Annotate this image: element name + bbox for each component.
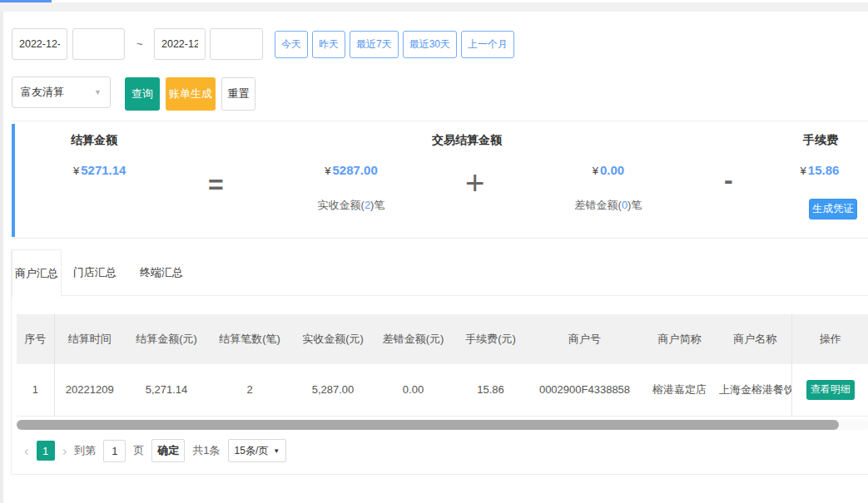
prev-page-icon[interactable]: ‹	[24, 444, 29, 458]
header-received-amount: 实收金额(元)	[291, 314, 374, 364]
pagination: ‹ 1 › 到第 页 确定 共1条 15条/页 ▼	[24, 439, 286, 462]
chevron-down-icon: ▼	[94, 88, 102, 96]
quick-range-today-button[interactable]: 今天	[275, 31, 308, 58]
tab-merchant-summary[interactable]: 商户汇总	[12, 249, 62, 297]
goto-page-confirm-button[interactable]: 确定	[151, 439, 185, 462]
top-divider-strip	[0, 2, 868, 12]
table-row: 1 20221209 5,271.14 2 5,287.00 0.00 15.8…	[17, 364, 868, 416]
header-action: 操作	[791, 314, 868, 364]
currency-symbol: ¥	[325, 165, 330, 177]
clearing-channel-select[interactable]: 富友清算 ▼	[12, 76, 111, 108]
settlement-summary-panel: 结算金额 交易结算金额 手续费 ¥5271.14 = ¥5287.00 实收金额…	[12, 121, 868, 239]
table-header-row: 序号 结算时间 结算金额(元) 结算笔数(笔) 实收金额(元) 差错金额(元) …	[17, 314, 868, 364]
page-size-select[interactable]: 15条/页 ▼	[228, 439, 287, 462]
cell-action: 查看明细	[791, 364, 868, 416]
currency-symbol: ¥	[801, 165, 806, 177]
cell-merchant-name: 上海金榕港餐饮管	[719, 364, 791, 416]
fee-label: 手续费	[803, 133, 838, 148]
header-settle-count: 结算笔数(笔)	[208, 314, 291, 364]
settle-amount-number: 5271.14	[81, 163, 126, 177]
reset-button[interactable]: 重置	[221, 77, 255, 111]
horizontal-scrollbar-thumb[interactable]	[17, 420, 839, 430]
received-count-subline: 实收金额(2)笔	[276, 198, 426, 213]
cell-seq: 1	[17, 364, 54, 416]
left-page-gutter	[0, 12, 3, 503]
header-seq: 序号	[17, 314, 54, 364]
cell-fee: 15.86	[452, 364, 529, 416]
current-page-button[interactable]: 1	[37, 441, 55, 461]
date-range-separator: ~	[136, 37, 143, 50]
trade-settle-amount-label: 交易结算金额	[427, 133, 507, 148]
goto-page-suffix-label: 页	[133, 443, 144, 458]
quick-range-yesterday-button[interactable]: 昨天	[312, 31, 345, 58]
view-detail-button[interactable]: 查看明细	[806, 380, 855, 400]
header-fee: 手续费(元)	[452, 314, 529, 364]
end-date-input[interactable]	[154, 28, 206, 60]
cell-settle-count: 2	[208, 364, 291, 416]
summary-tables-card: 商户汇总 门店汇总 终端汇总 序号 结算时间 结算金额(元) 结算笔数(笔) 实…	[11, 249, 868, 475]
cell-settle-time: 20221209	[54, 364, 125, 416]
fee-amount-number: 15.86	[808, 163, 840, 177]
fee-amount-value: ¥15.86	[761, 163, 868, 178]
quick-range-last30days-button[interactable]: 最近30天	[403, 31, 457, 58]
cell-merchant-no: 0002900F4338858	[529, 364, 640, 416]
header-settle-time: 结算时间	[54, 314, 125, 364]
header-settle-amount: 结算金额(元)	[125, 314, 208, 364]
cell-merchant-short-name: 榕港嘉定店	[640, 364, 719, 416]
chevron-down-icon: ▼	[273, 447, 280, 455]
equals-operator: =	[208, 170, 224, 200]
received-sub-suffix: )笔	[370, 199, 384, 211]
error-count-subline: 差错金额(0)笔	[533, 198, 683, 213]
error-sub-prefix: 差错金额(	[575, 199, 622, 211]
quick-range-last7days-button[interactable]: 最近7天	[350, 31, 399, 58]
currency-symbol: ¥	[73, 165, 79, 177]
horizontal-scrollbar-track[interactable]	[17, 420, 868, 430]
received-sub-prefix: 实收金额(	[318, 199, 365, 211]
header-merchant-name: 商户名称	[719, 314, 791, 364]
header-merchant-no: 商户号	[529, 314, 640, 364]
header-merchant-short-name: 商户简称	[640, 314, 719, 364]
summary-tabs: 商户汇总 门店汇总 终端汇总	[12, 249, 868, 296]
search-button[interactable]: 查询	[125, 77, 160, 111]
cell-received-amount: 5,287.00	[291, 364, 374, 416]
start-date-input[interactable]	[12, 28, 67, 60]
error-amount-number: 0.00	[600, 163, 624, 177]
quick-range-lastmonth-button[interactable]: 上一个月	[461, 31, 514, 58]
header-error-amount: 差错金额(元)	[374, 314, 452, 364]
page-size-value: 15条/页	[235, 444, 269, 458]
received-amount-number: 5287.00	[333, 163, 378, 177]
quick-date-range-group: 今天 昨天 最近7天 最近30天 上一个月	[275, 31, 514, 58]
merchant-summary-table: 序号 结算时间 结算金额(元) 结算笔数(笔) 实收金额(元) 差错金额(元) …	[17, 314, 868, 417]
error-sub-suffix: )笔	[627, 199, 642, 211]
plus-operator: +	[465, 165, 484, 202]
goto-page-prefix-label: 到第	[74, 443, 96, 458]
clearing-channel-value: 富友清算	[21, 85, 64, 100]
received-amount-value: ¥5287.00	[276, 163, 426, 178]
cell-error-amount: 0.00	[374, 364, 452, 416]
minus-operator: -	[724, 165, 733, 195]
settlement-page: ~ 今天 昨天 最近7天 最近30天 上一个月 富友清算 ▼ 查询 账单生成 重…	[0, 0, 868, 503]
cell-settle-amount: 5,271.14	[125, 364, 208, 416]
settle-amount-value: ¥5271.14	[73, 163, 126, 178]
next-page-icon[interactable]: ›	[62, 444, 67, 458]
tab-store-summary[interactable]: 门店汇总	[62, 249, 128, 295]
goto-page-input[interactable]	[103, 440, 126, 462]
total-count-label: 共1条	[192, 443, 220, 458]
settle-amount-label: 结算金额	[71, 133, 117, 148]
generate-bill-button[interactable]: 账单生成	[166, 77, 216, 111]
currency-symbol: ¥	[593, 165, 598, 177]
end-time-input[interactable]	[210, 28, 263, 60]
error-amount-value: ¥0.00	[533, 163, 683, 178]
tab-terminal-summary[interactable]: 终端汇总	[128, 249, 195, 295]
start-time-input[interactable]	[72, 28, 125, 60]
generate-voucher-button[interactable]: 生成凭证	[809, 199, 857, 219]
summary-accent-bar	[12, 124, 15, 237]
